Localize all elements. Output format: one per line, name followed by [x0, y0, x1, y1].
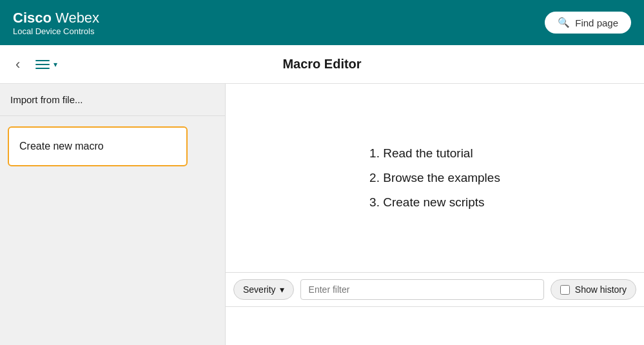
menu-button[interactable]: ▾ — [35, 60, 57, 69]
step-3: 3. Create new scripts — [369, 190, 500, 215]
show-history-checkbox[interactable] — [560, 285, 570, 295]
menu-chevron-icon: ▾ — [54, 60, 57, 69]
search-icon: 🔍 — [558, 17, 570, 28]
header: Cisco Webex Local Device Controls 🔍 Find… — [0, 0, 644, 45]
menu-line-2 — [35, 64, 50, 65]
find-page-label: Find page — [575, 17, 618, 28]
main-layout: Import from file... Create new macro 1. … — [0, 84, 644, 345]
import-from-file-button[interactable]: Import from file... — [0, 84, 225, 116]
show-history-label[interactable]: Show history — [551, 279, 636, 300]
menu-line-1 — [35, 60, 50, 61]
hamburger-icon — [35, 60, 50, 69]
brand-subtitle: Local Device Controls — [13, 26, 99, 36]
page-title: Macro Editor — [282, 57, 361, 72]
menu-line-3 — [35, 68, 50, 69]
create-new-macro-button[interactable]: Create new macro — [8, 126, 188, 166]
back-button[interactable]: ‹ — [10, 54, 25, 75]
severity-label: Severity — [243, 284, 276, 295]
brand-cisco: Cisco — [13, 10, 52, 26]
severity-button[interactable]: Severity ▾ — [233, 279, 294, 300]
editor-welcome-area: 1. Read the tutorial 2. Browse the examp… — [226, 84, 644, 272]
step-2: 2. Browse the examples — [369, 166, 500, 190]
show-history-text: Show history — [575, 284, 627, 295]
toolbar: ‹ ▾ Macro Editor — [0, 45, 644, 84]
log-area — [226, 306, 644, 345]
welcome-steps: 1. Read the tutorial 2. Browse the examp… — [369, 141, 500, 215]
find-page-button[interactable]: 🔍 Find page — [545, 12, 631, 34]
sidebar: Import from file... Create new macro — [0, 84, 226, 345]
content-area: 1. Read the tutorial 2. Browse the examp… — [226, 84, 644, 345]
brand-webex: Webex — [52, 10, 99, 26]
severity-chevron-icon: ▾ — [280, 284, 284, 295]
brand-name: Cisco Webex — [13, 10, 99, 26]
step-1: 1. Read the tutorial — [369, 141, 500, 166]
brand: Cisco Webex Local Device Controls — [13, 10, 99, 36]
log-toolbar: Severity ▾ Show history — [226, 272, 644, 306]
filter-input[interactable] — [300, 279, 544, 300]
